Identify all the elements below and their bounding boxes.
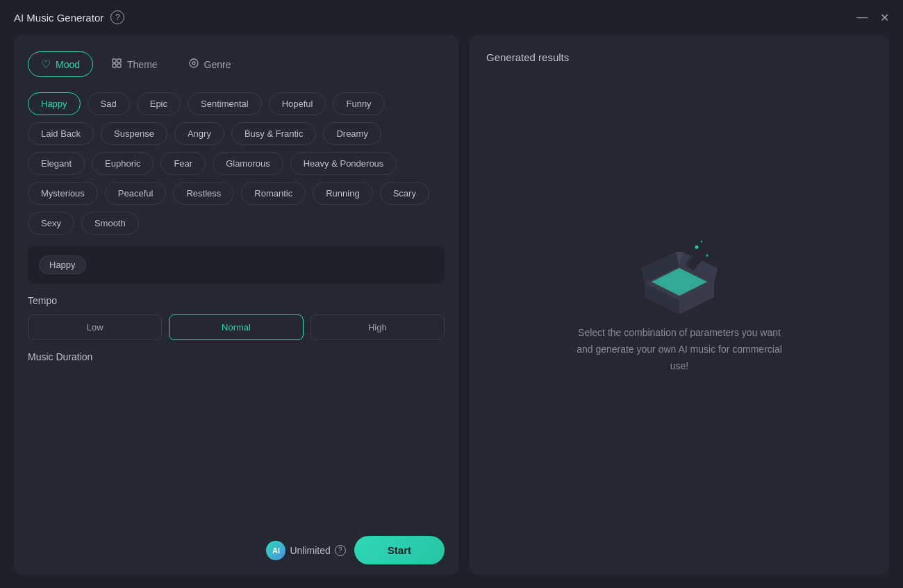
mood-icon: ♡ [41,58,51,71]
music-duration-label: Music Duration [28,351,445,362]
unlimited-badge: AI Unlimited ? [266,541,345,560]
svg-point-4 [190,59,198,67]
empty-description: Select the combination of parameters you… [575,325,784,374]
box-illustration [631,235,728,325]
start-button[interactable]: Start [354,536,445,564]
tab-genre-label: Genre [204,59,231,70]
tab-mood-label: Mood [56,59,80,70]
mood-tag-funny[interactable]: Funny [333,92,384,115]
scrollable-content[interactable]: HappySadEpicSentimentalHopefulFunnyLaid … [28,92,445,557]
left-panel: ♡ Mood Theme [14,35,458,574]
tempo-high[interactable]: High [310,314,445,340]
ai-badge: AI [266,541,285,560]
empty-state: Select the combination of parameters you… [486,80,872,557]
tab-mood[interactable]: ♡ Mood [28,51,93,77]
mood-tag-suspense[interactable]: Suspense [101,122,167,145]
theme-icon [111,58,122,72]
selected-chip-happy: Happy [39,255,86,274]
mood-tag-epic[interactable]: Epic [137,92,181,115]
mood-tag-mysterious[interactable]: Mysterious [28,182,98,205]
main-layout: ♡ Mood Theme [0,35,903,588]
mood-tag-running[interactable]: Running [313,182,372,205]
app-title: AI Music Generator [14,12,103,24]
tempo-group: Low Normal High [28,314,445,340]
tab-theme[interactable]: Theme [99,52,170,77]
tempo-section: Tempo Low Normal High [28,295,445,340]
mood-tag-scary[interactable]: Scary [380,182,429,205]
svg-point-13 [695,246,699,249]
svg-point-14 [706,254,709,257]
tempo-label: Tempo [28,295,445,306]
tempo-low[interactable]: Low [28,314,162,340]
mood-tag-dreamy[interactable]: Dreamy [323,122,381,145]
svg-rect-1 [117,59,121,62]
mood-tag-peaceful[interactable]: Peaceful [105,182,167,205]
mood-tag-smooth[interactable]: Smooth [81,212,139,235]
mood-tag-hopeful[interactable]: Hopeful [269,92,326,115]
window-controls: — ✕ [856,11,889,24]
mood-tag-sentimental[interactable]: Sentimental [188,92,262,115]
results-title: Generated results [486,51,569,63]
svg-point-5 [192,62,195,65]
svg-rect-3 [117,64,121,67]
mood-tag-elegant[interactable]: Elegant [28,152,85,175]
tabs: ♡ Mood Theme [28,51,445,77]
mood-tag-romantic[interactable]: Romantic [241,182,306,205]
mood-tag-sad[interactable]: Sad [88,92,130,115]
title-help-icon[interactable]: ? [110,10,124,24]
svg-point-15 [701,241,703,243]
mood-tag-glamorous[interactable]: Glamorous [213,152,283,175]
genre-icon [188,58,199,72]
mood-tag-angry[interactable]: Angry [174,122,224,145]
bottom-bar: AI Unlimited ? Start [14,526,458,574]
tab-theme-label: Theme [127,59,158,70]
svg-rect-0 [113,59,116,62]
mood-tag-sexy[interactable]: Sexy [28,212,74,235]
svg-rect-2 [113,64,116,67]
mood-tag-fear[interactable]: Fear [160,152,206,175]
title-left: AI Music Generator ? [14,10,124,24]
mood-grid: HappySadEpicSentimentalHopefulFunnyLaid … [28,92,445,235]
mood-tag-happy[interactable]: Happy [28,92,81,115]
tab-genre[interactable]: Genre [176,52,244,77]
title-bar: AI Music Generator ? — ✕ [0,0,903,35]
mood-tag-restless[interactable]: Restless [173,182,234,205]
minimize-button[interactable]: — [856,11,868,24]
close-button[interactable]: ✕ [880,11,889,24]
mood-tag-heavy-ponderous[interactable]: Heavy & Ponderous [290,152,397,175]
selected-display: Happy [28,246,445,284]
unlimited-help-icon[interactable]: ? [335,545,346,556]
unlimited-label: Unlimited [290,545,330,556]
mood-tag-busy-frantic[interactable]: Busy & Frantic [231,122,317,145]
mood-tag-laid-back[interactable]: Laid Back [28,122,94,145]
tempo-normal[interactable]: Normal [169,314,303,340]
right-panel: Generated results [470,35,889,574]
mood-tag-euphoric[interactable]: Euphoric [92,152,154,175]
